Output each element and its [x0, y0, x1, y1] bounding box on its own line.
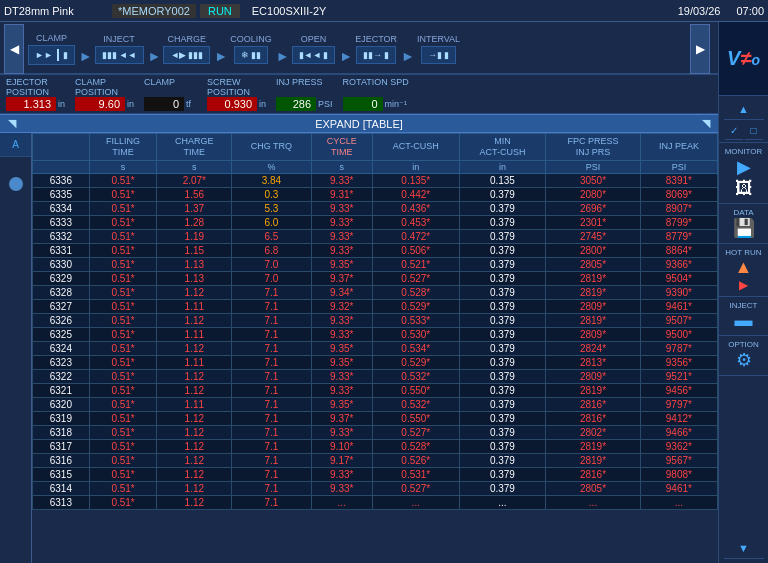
cell-cycle: 9.33* [311, 482, 372, 496]
screw-label: SCREW [207, 77, 266, 87]
cell-chgtrq: 7.1 [232, 286, 311, 300]
table-row: 63260.51*1.127.19.33*0.533*0.3792819*950… [33, 314, 718, 328]
cell-cush: 0.530* [372, 328, 459, 342]
sidebar-monitor-section[interactable]: MONITOR ▶ 🖼 [719, 143, 768, 204]
cell-cush: 0.472* [372, 230, 459, 244]
clamp-val-label: CLAMP [144, 77, 191, 87]
monitor-screen-icon: 🖼 [735, 178, 753, 199]
cell-cush: 0.531* [372, 468, 459, 482]
cell-charge: 1.11 [157, 356, 232, 370]
check-icon: ✓ [730, 125, 738, 136]
cell-cush: 0.453* [372, 216, 459, 230]
cell-chgtrq: 7.1 [232, 426, 311, 440]
screw-position-value: 0.930 [207, 97, 257, 111]
inj-press-label: INJ PRESS [276, 77, 333, 87]
cell-chgtrq: 7.1 [232, 440, 311, 454]
interval-step: INTERVAL →▮▮ [417, 34, 460, 64]
sidebar-hot-run-section[interactable]: HOT RUN ▲ ▶ [719, 244, 768, 297]
sidebar-data-section[interactable]: DATA 💾 [719, 204, 768, 244]
clamp-label: CLAMP [36, 33, 67, 43]
hot-run-icon: ▲ [735, 257, 753, 278]
square-icon: □ [750, 125, 756, 136]
cell-filling: 0.51* [89, 482, 157, 496]
cell-charge: 1.28 [157, 216, 232, 230]
inj-press-unit: PSI [318, 99, 333, 109]
sidebar-check-button[interactable]: ✓ [725, 122, 743, 140]
ejector-button[interactable]: ▮▮→▮ [356, 46, 396, 64]
clamp-step: CLAMP ►►▮ [28, 33, 75, 65]
interval-button[interactable]: →▮▮ [421, 46, 456, 64]
cell-peak: 9567* [640, 454, 717, 468]
cell-filling: 0.51* [89, 412, 157, 426]
clamp-pos-label: POSITION [75, 87, 134, 97]
top-bar: DT28mm Pink *MEMORY002 RUN EC100SXIII-2Y… [0, 0, 768, 22]
cell-cycle: 9.10* [311, 440, 372, 454]
nav-left-button[interactable]: ◀ [4, 24, 24, 74]
table-row: 63130.51*1.127.1............... [33, 496, 718, 510]
chevron-up-icon: ▲ [738, 103, 749, 115]
cell-min-cush: 0.379 [459, 286, 546, 300]
cooling-step: COOLING ❄▮▮ [230, 34, 272, 64]
nav-right-button[interactable]: ▶ [690, 24, 710, 74]
cell-min-cush: 0.379 [459, 412, 546, 426]
cell-cycle: 9.33* [311, 216, 372, 230]
sidebar-option-section[interactable]: OPTION ⚙ [719, 336, 768, 376]
info-row: EJECTOR POSITION 1.313 in CLAMP POSITION… [0, 74, 718, 114]
cell-peak: 8907* [640, 202, 717, 216]
sidebar-up-button[interactable]: ▲ [724, 98, 764, 120]
cell-filling: 0.51* [89, 286, 157, 300]
screw-pos-label: POSITION [207, 87, 266, 97]
sidebar-down-button[interactable]: ▼ [724, 537, 764, 559]
cell-fpc: 2696* [546, 202, 641, 216]
arrow-1: ► [79, 48, 93, 64]
table-row: 63310.51*1.156.89.33*0.506*0.3792800*886… [33, 244, 718, 258]
cell-chgtrq: 7.1 [232, 300, 311, 314]
cell-min-cush: 0.379 [459, 384, 546, 398]
col-header-filling: FILLINGTIME [89, 134, 157, 161]
inject-button[interactable]: ▮▮▮◄◄ [95, 46, 144, 64]
cell-fpc: 2819* [546, 314, 641, 328]
col-header-peak: INJ PEAK [640, 134, 717, 161]
col-header-cycle: CYCLETIME [311, 134, 372, 161]
clamp-pos-unit: in [127, 99, 134, 109]
hot-run-label: HOT RUN [725, 248, 761, 257]
data-label: DATA [733, 208, 753, 217]
cell-cush: 0.527* [372, 272, 459, 286]
cell-charge: 1.11 [157, 300, 232, 314]
expand-icon-left: ◥ [8, 117, 16, 130]
cell-cycle: 9.35* [311, 398, 372, 412]
unit-mincush: in [459, 160, 546, 174]
clamp-button[interactable]: ►►▮ [28, 45, 75, 65]
cell-chgtrq: 7.0 [232, 272, 311, 286]
cooling-button[interactable]: ❄▮▮ [234, 46, 268, 64]
cell-charge: 1.12 [157, 370, 232, 384]
cell-fpc: 2805* [546, 482, 641, 496]
cell-charge: 1.12 [157, 314, 232, 328]
unit-chgtrq: % [232, 160, 311, 174]
table-row: 63270.51*1.117.19.32*0.529*0.3792809*946… [33, 300, 718, 314]
data-icon: 💾 [733, 217, 755, 239]
cell-cycle: 9.33* [311, 230, 372, 244]
sidebar-inject-section[interactable]: INJECT ▬ [719, 297, 768, 336]
open-button[interactable]: ▮◄◄▮ [292, 46, 336, 64]
cell-fpc: 2080* [546, 188, 641, 202]
ejector-step: EJECTOR ▮▮→▮ [355, 34, 397, 64]
col-header-cush: ACT-CUSH [372, 134, 459, 161]
cell-shot: 6331 [33, 244, 90, 258]
cell-shot: 6320 [33, 398, 90, 412]
cell-chgtrq: 7.1 [232, 468, 311, 482]
cell-cush: ... [372, 496, 459, 510]
cell-shot: 6325 [33, 328, 90, 342]
charge-button[interactable]: ◄▶▮▮▮ [163, 46, 210, 64]
cell-peak: 9461* [640, 482, 717, 496]
table-row: 63250.51*1.117.19.33*0.530*0.3792809*950… [33, 328, 718, 342]
cell-shot: 6336 [33, 174, 90, 188]
cell-charge: 1.12 [157, 384, 232, 398]
sidebar-square-button[interactable]: □ [745, 122, 763, 140]
cell-cycle: 9.33* [311, 244, 372, 258]
cell-cush: 0.436* [372, 202, 459, 216]
scroll-indicator[interactable] [9, 177, 23, 191]
ejector-label: EJECTOR [6, 77, 65, 87]
cell-fpc: 2819* [546, 272, 641, 286]
cell-peak: 9461* [640, 300, 717, 314]
